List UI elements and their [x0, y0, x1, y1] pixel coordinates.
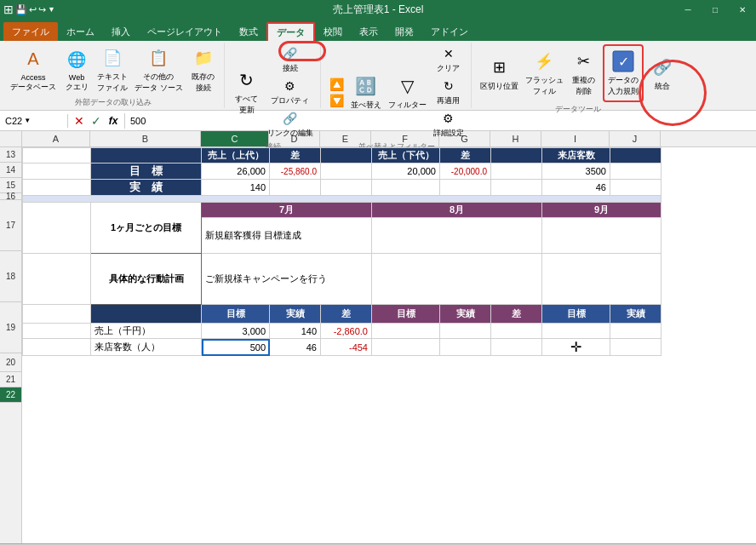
cell-c21[interactable]: 3,000 — [202, 324, 270, 339]
existing-conn-btn[interactable]: 📁 既存の接続 — [188, 44, 219, 95]
cell-f15[interactable] — [372, 180, 440, 196]
cell-b19[interactable]: 具体的な行動計画 — [91, 254, 202, 305]
cell-f13[interactable]: 売上（下代） — [372, 148, 440, 164]
tab-addins[interactable]: アドイン — [422, 22, 477, 41]
cancel-formula-btn[interactable]: ✕ — [72, 113, 87, 129]
cell-f21[interactable] — [372, 324, 440, 339]
cell-a14[interactable] — [23, 164, 91, 180]
cell-j15[interactable] — [610, 180, 662, 196]
consolidate-btn[interactable]: 🔗 統合 — [647, 54, 678, 94]
cell-f20[interactable]: 目標 — [372, 305, 440, 324]
cell-i13[interactable]: 来店客数 — [542, 148, 610, 164]
sort-az-btn[interactable]: 🔼 — [328, 77, 346, 92]
cell-g22[interactable] — [440, 339, 491, 356]
tab-home[interactable]: ホーム — [58, 22, 103, 41]
cell-d20[interactable]: 実績 — [270, 305, 321, 324]
row-20-area[interactable]: 19 — [0, 302, 21, 353]
text-to-col-btn[interactable]: ⊞ 区切り位置 — [478, 54, 520, 94]
cell-f18[interactable] — [372, 218, 542, 254]
tab-file[interactable]: ファイル — [3, 22, 58, 41]
col-h[interactable]: H — [490, 131, 541, 146]
cell-a22[interactable] — [23, 339, 91, 356]
cell-e15[interactable] — [321, 180, 372, 196]
cell-a16[interactable] — [23, 196, 662, 203]
cell-e14[interactable] — [321, 164, 372, 180]
tab-formula[interactable]: 数式 — [231, 22, 266, 41]
sort-btn[interactable]: 🔠 並べ替え — [349, 72, 383, 112]
cell-f14[interactable]: 20,000 — [372, 164, 440, 180]
cell-b13[interactable] — [91, 148, 202, 164]
cell-g21[interactable] — [440, 324, 491, 339]
cell-d21[interactable]: 140 — [270, 324, 321, 339]
cell-b17[interactable]: 1ヶ月ごとの目標 — [91, 203, 202, 254]
cell-h20[interactable]: 差 — [491, 305, 542, 324]
row-17-18[interactable]: 17 — [0, 200, 21, 251]
cell-d13[interactable]: 差 — [270, 148, 321, 164]
cell-i21[interactable] — [542, 324, 610, 339]
tab-review[interactable]: 校閲 — [315, 22, 351, 41]
cell-h14[interactable] — [491, 164, 542, 180]
sort-za-btn[interactable]: 🔽 — [328, 93, 346, 108]
advanced-btn[interactable]: ⚙ 詳細設定 — [432, 109, 466, 140]
row-19[interactable]: 18 — [0, 251, 21, 302]
fx-btn[interactable]: fx — [106, 113, 121, 129]
tab-page-layout[interactable]: ページレイアウト — [139, 22, 231, 41]
cell-j22[interactable] — [610, 339, 662, 356]
cell-g13[interactable]: 差 — [440, 148, 491, 164]
cell-i19[interactable] — [542, 254, 662, 305]
cell-c15[interactable]: 140 — [202, 180, 270, 196]
cell-h15[interactable] — [491, 180, 542, 196]
cell-a19[interactable] — [23, 254, 91, 305]
maximize-btn[interactable]: □ — [702, 0, 729, 19]
refresh-all-btn[interactable]: ↻ すべて更新 — [232, 66, 262, 118]
undo-btn[interactable]: ↩ — [29, 4, 37, 15]
tab-insert[interactable]: 挿入 — [103, 22, 139, 41]
tab-view[interactable]: 表示 — [351, 22, 387, 41]
cell-a20[interactable] — [23, 305, 91, 324]
cell-i20[interactable]: 目標 — [542, 305, 610, 324]
web-query-btn[interactable]: 🌐 Webクエリ — [61, 46, 92, 95]
save-btn[interactable]: 💾 — [15, 4, 27, 15]
cell-reference-box[interactable]: C22 ▼ — [0, 114, 68, 128]
row-22[interactable]: 22 — [0, 387, 21, 403]
cell-h13[interactable] — [491, 148, 542, 164]
cell-i22[interactable]: ✛ — [542, 339, 610, 356]
cell-a17[interactable] — [23, 203, 91, 254]
row-20[interactable]: 20 — [0, 353, 21, 372]
row-21[interactable]: 21 — [0, 372, 21, 387]
cell-c17[interactable]: 7月 — [202, 203, 372, 218]
cell-c18[interactable]: 新規顧客獲得 目標達成 — [202, 218, 372, 254]
tab-developer[interactable]: 開発 — [387, 22, 422, 41]
cell-i15[interactable]: 46 — [542, 180, 610, 196]
data-validation-btn[interactable]: ✓ データの入力規則 — [603, 44, 644, 102]
cell-e21[interactable]: -2,860.0 — [321, 324, 372, 339]
cell-b20[interactable] — [91, 305, 202, 324]
other-sources-btn[interactable]: 📋 その他のデータ ソース — [133, 44, 185, 95]
cell-a21[interactable] — [23, 324, 91, 339]
cell-c20[interactable]: 目標 — [202, 305, 270, 324]
redo-btn[interactable]: ↪ — [38, 4, 46, 15]
cell-d14[interactable]: -25,860.0 — [270, 164, 321, 180]
cell-b21[interactable]: 売上（千円） — [91, 324, 202, 339]
minimize-btn[interactable]: ─ — [674, 0, 702, 19]
cell-j13[interactable] — [610, 148, 662, 164]
row-14[interactable]: 14 — [0, 163, 21, 178]
clear-btn[interactable]: ✕ クリア — [432, 44, 466, 75]
col-b[interactable]: B — [90, 131, 201, 146]
cell-h22[interactable] — [491, 339, 542, 356]
row-16[interactable]: 16 — [0, 193, 21, 200]
cell-a13[interactable] — [23, 148, 91, 164]
tab-data[interactable]: データ — [266, 22, 315, 41]
cell-g20[interactable]: 実績 — [440, 305, 491, 324]
cell-c14[interactable]: 26,000 — [202, 164, 270, 180]
qa-dropdown[interactable]: ▼ — [48, 5, 55, 14]
text-file-btn[interactable]: 📄 テキストファイル — [95, 44, 129, 95]
cell-f22[interactable] — [372, 339, 440, 356]
col-i[interactable]: I — [541, 131, 610, 146]
reapply-btn[interactable]: ↻ 再適用 — [432, 77, 466, 107]
cell-b15[interactable]: 実 績 — [91, 180, 202, 196]
cell-g15[interactable] — [440, 180, 491, 196]
connections-btn[interactable]: 🔗 接続 — [266, 44, 315, 75]
col-j[interactable]: J — [610, 131, 661, 146]
flash-fill-btn[interactable]: ⚡ フラッシュフィル — [524, 48, 565, 99]
